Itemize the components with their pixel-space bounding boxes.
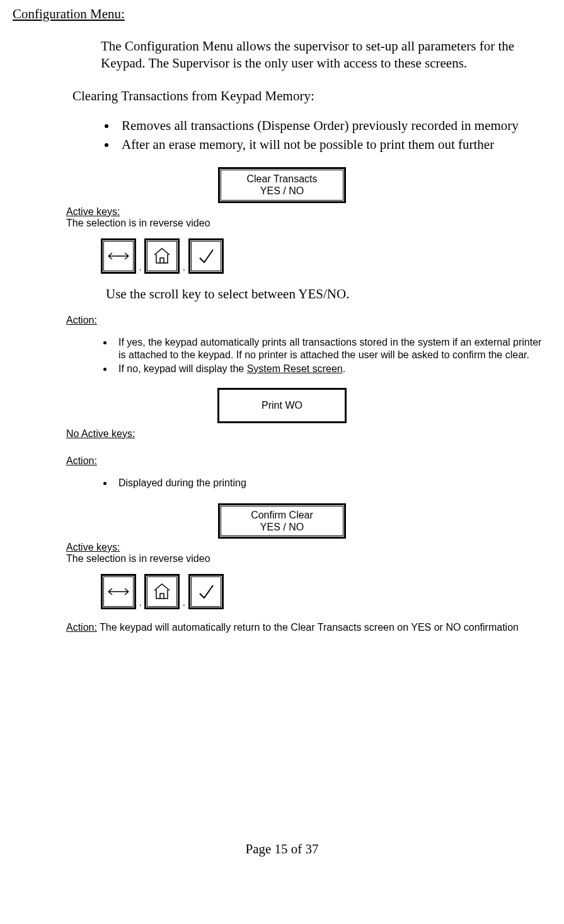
home-icon (152, 583, 172, 600)
active-keys-label: Active keys: (66, 206, 551, 218)
action-label: Action: (66, 455, 551, 467)
lcd-line: YES / NO (222, 521, 342, 533)
list-item: If no, keypad will display the System Re… (113, 363, 551, 375)
check-icon (197, 247, 216, 265)
lcd-clear-transacts: Clear Transacts YES / NO (218, 167, 346, 202)
key-row: , , (101, 574, 551, 609)
section-title: Configuration Menu: (13, 6, 551, 22)
check-icon (197, 583, 216, 600)
list-item: Removes all transactions (Dispense Order… (117, 117, 551, 134)
list-item: Displayed during the printing (113, 477, 551, 489)
home-key-button[interactable] (144, 238, 180, 274)
main-bullet-list: Removes all transactions (Dispense Order… (101, 117, 551, 154)
action-label: Action: (66, 315, 551, 326)
separator: , (139, 599, 141, 607)
separator: , (183, 263, 185, 272)
action-bullet-list: If yes, the keypad automatically prints … (101, 336, 551, 375)
subheading: Clearing Transactions from Keypad Memory… (72, 88, 551, 104)
check-key-button[interactable] (188, 574, 224, 609)
list-item: If yes, the keypad automatically prints … (113, 336, 551, 361)
action-return-note: Action: The keypad will automatically re… (66, 622, 551, 633)
lcd-line: Confirm Clear (222, 509, 342, 521)
intro-paragraph: The Configuration Menu allows the superv… (101, 38, 545, 73)
key-row: , , (101, 238, 551, 274)
page-footer: Page 15 of 37 (13, 841, 551, 857)
lcd-line: Print WO (221, 400, 343, 411)
action-bullet-list: Displayed during the printing (101, 477, 551, 489)
lcd-line: Clear Transacts (222, 173, 342, 185)
scroll-key-button[interactable] (101, 238, 136, 274)
scroll-icon (107, 250, 130, 262)
home-icon (152, 247, 172, 265)
scroll-icon (107, 586, 130, 597)
no-active-keys-label: No Active keys: (66, 428, 551, 440)
scroll-key-button[interactable] (101, 574, 136, 609)
lcd-confirm-clear: Confirm Clear YES / NO (218, 503, 346, 539)
scroll-instruction: Use the scroll key to select between YES… (106, 286, 551, 302)
list-item: After an erase memory, it will not be po… (117, 136, 551, 153)
separator: , (139, 263, 141, 272)
check-key-button[interactable] (188, 238, 224, 274)
active-keys-label: Active keys: (66, 542, 551, 553)
lcd-print-wo: Print WO (217, 388, 347, 423)
separator: , (183, 599, 185, 607)
lcd-line: YES / NO (222, 185, 342, 197)
home-key-button[interactable] (144, 574, 180, 609)
reverse-video-note: The selection is in reverse video (66, 218, 551, 229)
reverse-video-note: The selection is in reverse video (66, 553, 551, 564)
